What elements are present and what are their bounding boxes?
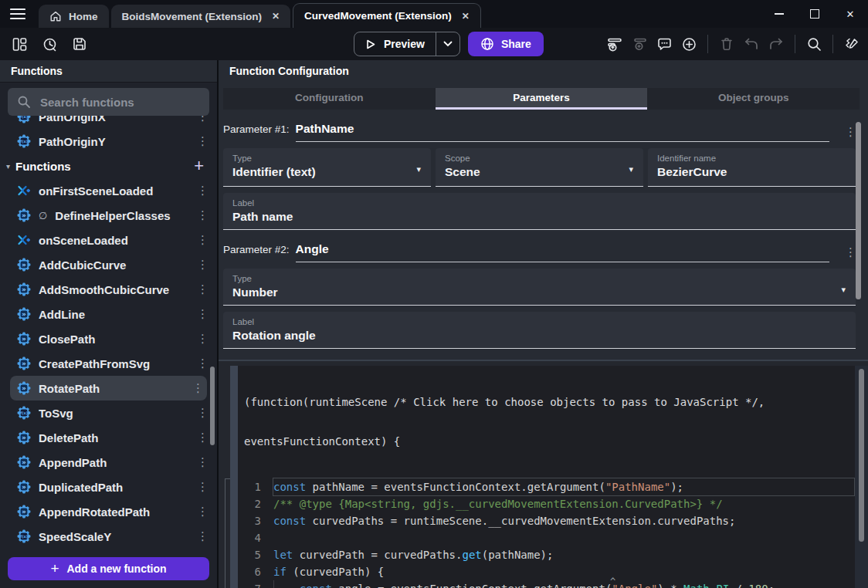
share-button[interactable]: Share [468,32,544,56]
edit-properties-icon[interactable] [842,34,862,54]
item-menu-icon[interactable]: ⋮ [197,332,206,346]
item-menu-icon[interactable]: ⋮ [197,406,206,420]
type-select[interactable]: Type Number ▾ [223,269,856,306]
globe-icon [480,37,494,51]
function-item-onSceneLoaded[interactable]: onSceneLoaded⋮ [0,228,217,252]
svg-text:»: » [22,286,26,293]
function-item-DuplicatedPath[interactable]: »DuplicatedPath⋮ [0,475,217,499]
tab-curvedmovement[interactable]: CurvedMovement (Extension) ✕ [293,3,481,28]
item-menu-icon[interactable]: ⋮ [197,431,206,444]
undo-icon[interactable] [741,34,761,54]
search-box[interactable] [8,88,209,116]
function-item-onFirstSceneLoaded[interactable]: onFirstSceneLoaded⋮ [0,178,217,203]
add-event-icon[interactable] [605,34,625,54]
function-item-CreatePathFromSvg[interactable]: »CreatePathFromSvg⋮ [0,351,217,376]
item-menu-icon[interactable]: ⋮ [197,233,206,247]
add-circle-icon[interactable] [679,34,699,54]
play-icon [364,38,377,51]
code-scrollbar-thumb[interactable] [859,369,864,542]
item-menu-icon[interactable]: ⋮ [197,134,206,148]
label-field[interactable]: Label Rotation angle [223,312,856,349]
open-panels-icon[interactable] [9,34,29,54]
code-scrollbar-track[interactable] [855,366,868,588]
function-item-SpeedScaleY[interactable]: f(x)SpeedScaleY⋮ [0,524,217,549]
collapse-caret-icon[interactable]: ^ [610,576,615,587]
code-line-7[interactable]: 7 const angle = eventsFunctionContext.ge… [238,580,868,588]
item-menu-icon[interactable]: ⋮ [197,480,206,494]
item-menu-icon[interactable]: ⋮ [197,208,206,222]
item-menu-icon[interactable]: ⋮ [197,529,206,543]
code-line-4[interactable]: 4 [238,529,868,546]
event-selection-strip[interactable] [230,366,238,588]
item-menu-icon[interactable]: ⋮ [197,184,206,198]
item-menu-icon[interactable]: ⋮ [197,258,206,272]
parameters-scrollbar[interactable] [856,122,861,299]
tab-parameters[interactable]: Parameters [436,88,648,110]
code-line-5[interactable]: 5let curvedPath = curvedPaths.get(pathNa… [238,546,868,563]
function-item-ToSvg[interactable]: f(x)ToSvg⋮ [0,400,217,425]
item-menu-icon[interactable]: ⋮ [197,116,206,123]
type-select[interactable]: Type Identifier (text) ▾ [223,148,431,187]
js-code-editor[interactable]: (function(runtimeScene /* Click here to … [238,366,868,588]
add-function-button[interactable]: + Add a new function [8,557,209,580]
sidebar-scrollbar[interactable] [210,367,215,445]
parameter-heading: Parameter #2: [223,244,290,255]
function-item-DeletePath[interactable]: »DeletePath⋮ [0,425,217,450]
minimize-button[interactable] [761,0,797,28]
code-line-6[interactable]: 6if (curvedPath) { [238,563,868,580]
function-item-AppendPath[interactable]: »AppendPath⋮ [0,450,217,475]
collapse-triangle-icon[interactable]: ▾ [6,162,10,171]
add-comment-icon[interactable] [654,34,674,54]
tab-configuration[interactable]: Configuration [223,88,436,110]
function-item-RotatePath[interactable]: »RotatePath⋮ [10,376,207,400]
code-line-1[interactable]: 1const pathName = eventsFunctionContext.… [238,478,868,495]
function-item-AddCubicCurve[interactable]: »AddCubicCurve⋮ [0,252,217,277]
code-line-3[interactable]: 3const curvedPaths = runtimeScene.__curv… [238,512,868,529]
add-subevent-icon[interactable] [629,34,649,54]
parameter-name-input[interactable]: Angle [296,242,829,262]
function-item-PathOriginX[interactable]: f(x)PathOriginX⋮ [0,116,217,129]
item-menu-icon[interactable]: ⋮ [197,307,206,321]
item-menu-icon[interactable]: ⋮ [197,505,206,519]
redo-icon[interactable] [766,34,786,54]
plus-icon: + [50,560,59,577]
search-input[interactable] [39,95,200,110]
svg-text:»: » [22,458,26,466]
item-menu-icon[interactable]: ⋮ [192,381,202,395]
function-item-DefineHelperClasses[interactable]: »∅DefineHelperClasses⋮ [0,203,217,228]
search-icon[interactable] [804,34,824,54]
parameter-menu-icon[interactable]: ⋮ [845,245,856,259]
tab-object-groups[interactable]: Object groups [647,88,860,110]
parameter-menu-icon[interactable]: ⋮ [845,125,856,139]
tab-boidsmovement[interactable]: BoidsMovement (Extension) ✕ [111,5,291,28]
functions-section-header[interactable]: ▾Functions+ [0,154,217,178]
function-item-AddLine[interactable]: »AddLine⋮ [0,302,217,326]
delete-icon[interactable] [717,34,737,54]
close-button[interactable]: ✕ [832,0,868,28]
menu-icon[interactable] [8,4,28,24]
add-function-icon[interactable]: + [194,158,204,174]
item-menu-icon[interactable]: ⋮ [197,455,206,469]
item-menu-icon[interactable]: ⋮ [197,282,206,296]
tab-home[interactable]: Home [39,5,109,28]
scope-select[interactable]: Scope Scene ▾ [436,148,643,187]
save-icon[interactable] [70,34,90,54]
close-tab-icon[interactable]: ✕ [462,11,470,22]
function-item-PathOriginY[interactable]: f(x)PathOriginY⋮ [0,129,217,154]
preview-button-main[interactable]: Preview [354,32,436,56]
code-line-2[interactable]: 2/** @type {Map<string, gdjs.__curvedMov… [238,495,868,512]
close-tab-icon[interactable]: ✕ [272,11,280,22]
function-item-AddSmoothCubicCurve[interactable]: »AddSmoothCubicCurve⋮ [0,277,217,302]
preview-button[interactable]: Preview [354,32,460,56]
function-item-ClosePath[interactable]: »ClosePath⋮ [0,326,217,351]
parameter-name-input[interactable]: PathName [296,122,829,142]
preview-dropdown-button[interactable] [436,32,459,56]
code-wrapper-header[interactable]: (function(runtimeScene /* Click here to … [238,366,868,475]
history-icon[interactable] [39,34,59,54]
identifier-name-field[interactable]: Identifier name BezierCurve [648,148,856,187]
function-item-AppendRotatedPath[interactable]: »AppendRotatedPath⋮ [0,499,217,524]
label-field[interactable]: Label Path name [223,193,856,230]
expression-function-icon: f(x) [17,116,31,123]
maximize-button[interactable] [797,0,832,28]
item-menu-icon[interactable]: ⋮ [197,357,206,370]
